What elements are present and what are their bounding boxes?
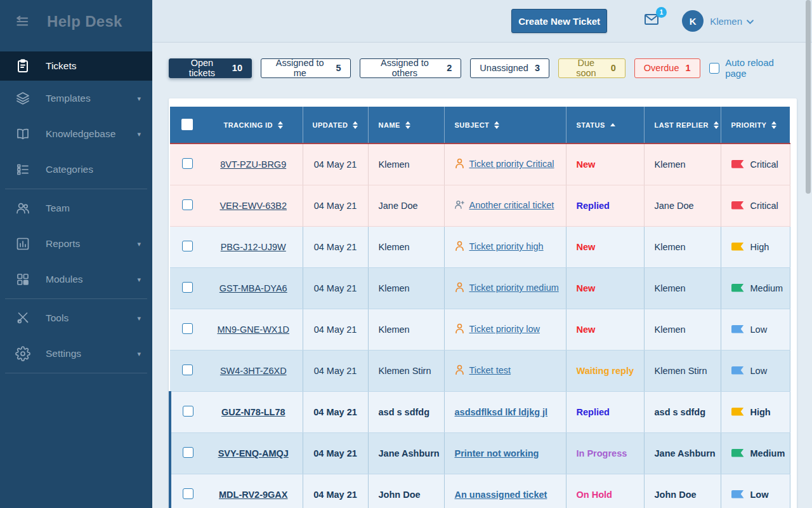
- sidebar-item-label: Knowledgebase: [46, 128, 115, 140]
- filter-label: Open tickets: [178, 58, 226, 78]
- create-new-ticket-button[interactable]: Create New Ticket: [511, 9, 607, 33]
- sidebar-item-templates[interactable]: Templates ▾: [0, 81, 152, 116]
- sidebar-item-reports[interactable]: Reports ▾: [0, 226, 152, 262]
- last-replier-cell: Klemen: [644, 309, 721, 350]
- tracking-id-link[interactable]: 8VT-PZU-BRG9: [220, 159, 286, 170]
- column-label: STATUS: [577, 121, 605, 129]
- row-checkbox[interactable]: [182, 323, 193, 334]
- subject-link[interactable]: Ticket priority high: [469, 241, 544, 251]
- row-checkbox[interactable]: [182, 364, 193, 375]
- app-title: Help Desk: [47, 13, 122, 30]
- subject-link[interactable]: An unassigned ticket: [455, 490, 547, 500]
- priority-label: High: [750, 407, 771, 417]
- filter-due-soon[interactable]: Due soon0: [558, 58, 625, 78]
- tracking-id-link[interactable]: PBG-J12-UJ9W: [221, 242, 286, 252]
- column-label: UPDATED: [313, 121, 348, 129]
- row-checkbox[interactable]: [183, 406, 193, 417]
- column-label: NAME: [379, 121, 400, 129]
- sidebar-item-tickets[interactable]: Tickets ▾: [0, 51, 152, 81]
- tracking-id-link[interactable]: SW4-3HT-Z6XD: [220, 366, 287, 376]
- row-checkbox[interactable]: [183, 447, 193, 458]
- column-header-name[interactable]: NAME: [368, 107, 444, 144]
- ticket-row: MN9-GNE-WX1D 04 May 21 Klemen Ticket pri…: [170, 309, 790, 350]
- tracking-id-link[interactable]: GUZ-N78-LL78: [221, 407, 285, 417]
- ticket-row: SW4-3HT-Z6XD 04 May 21 Klemen Stirn Tick…: [170, 350, 790, 391]
- sidebar-item-settings[interactable]: Settings ▾: [0, 336, 152, 371]
- last-replier-cell: Klemen: [644, 226, 721, 267]
- tracking-id-link[interactable]: MN9-GNE-WX1D: [217, 324, 289, 335]
- notifications-button[interactable]: 1: [642, 12, 661, 30]
- select-all-checkbox[interactable]: [181, 119, 193, 130]
- filter-assigned-to-others[interactable]: Assigned to others2: [360, 58, 462, 78]
- page-scrollbar-thumb[interactable]: [806, 0, 811, 194]
- updated-cell: 04 May 21: [303, 391, 368, 432]
- filter-open-tickets[interactable]: Open tickets10: [169, 58, 252, 78]
- status-label: Replied: [577, 201, 610, 211]
- sort-icon: [771, 121, 776, 129]
- team-icon: [15, 201, 30, 216]
- tracking-id-link[interactable]: MDL-RV2-9GAX: [219, 490, 288, 500]
- chevron-down-icon: [747, 15, 754, 27]
- priority-flag-icon: [731, 325, 744, 333]
- tracking-id-link[interactable]: GST-MBA-DYA6: [219, 283, 287, 293]
- updated-cell: 04 May 21: [303, 267, 368, 309]
- row-checkbox[interactable]: [182, 282, 193, 293]
- helpdesk-app: Help Desk Tickets ▾ Templates ▾ Knowledg…: [0, 0, 812, 508]
- row-checkbox[interactable]: [183, 488, 193, 499]
- column-header-tracking-id[interactable]: TRACKING ID: [204, 107, 303, 144]
- sort-icon: [494, 121, 499, 129]
- filter-unassigned[interactable]: Unassigned3: [470, 58, 549, 78]
- user-name: Klemen: [710, 16, 742, 27]
- categories-icon: [15, 162, 30, 177]
- column-header-status[interactable]: STATUS: [566, 107, 644, 144]
- filter-assigned-to-me[interactable]: Assigned to me5: [261, 58, 351, 78]
- filter-label: Due soon: [568, 58, 605, 78]
- name-cell: Klemen: [368, 267, 444, 309]
- auto-reload-checkbox[interactable]: [709, 63, 720, 74]
- updated-cell: 04 May 21: [303, 474, 368, 508]
- sidebar-item-modules[interactable]: Modules ▾: [0, 262, 152, 297]
- chevron-down-icon: ▾: [137, 240, 141, 248]
- subject-link[interactable]: Ticket priority medium: [469, 283, 559, 293]
- name-cell: asd s sdfdg: [368, 391, 444, 432]
- sidebar-item-knowledgebase[interactable]: Knowledgebase ▾: [0, 116, 152, 152]
- select-all-header: [170, 107, 204, 144]
- column-header-updated[interactable]: UPDATED: [303, 107, 368, 144]
- user-menu[interactable]: K Klemen: [682, 10, 754, 32]
- ticket-row: GST-MBA-DYA6 04 May 21 Klemen Ticket pri…: [170, 267, 790, 309]
- collapse-sidebar-icon[interactable]: [14, 13, 30, 30]
- sort-icon: [610, 123, 615, 126]
- column-header-subject[interactable]: SUBJECT: [444, 107, 566, 144]
- sidebar-item-tools[interactable]: Tools ▾: [0, 300, 152, 336]
- chevron-down-icon: ▾: [137, 130, 141, 138]
- status-label: New: [577, 324, 596, 335]
- column-header-priority[interactable]: PRIORITY: [721, 107, 790, 144]
- sidebar-divider: [5, 298, 147, 299]
- sidebar-item-label: Categories: [46, 164, 93, 175]
- ticket-row: VER-EWV-63B2 04 May 21 Jane Doe Another …: [170, 185, 790, 226]
- row-checkbox[interactable]: [182, 158, 193, 169]
- tickets-table: TRACKING ID UPDATED NAME SUBJECT STATUS …: [169, 107, 790, 508]
- tracking-id-link[interactable]: SVY-ENQ-AMQJ: [218, 448, 289, 458]
- tracking-id-link[interactable]: VER-EWV-63B2: [219, 201, 287, 211]
- subject-link[interactable]: asdsdflksd lkf ldjkg jl: [455, 407, 548, 417]
- subject-link[interactable]: Another critical ticket: [469, 200, 554, 210]
- priority-flag-icon: [731, 243, 744, 251]
- subject-link[interactable]: Ticket priority Critical: [469, 159, 554, 169]
- row-checkbox[interactable]: [182, 199, 193, 210]
- sidebar-item-categories[interactable]: Categories ▾: [0, 152, 152, 187]
- row-checkbox[interactable]: [182, 241, 193, 251]
- name-cell: Jane Ashburn: [368, 432, 444, 474]
- filter-overdue[interactable]: Overdue1: [634, 58, 700, 78]
- name-cell: Klemen: [368, 226, 444, 267]
- subject-link[interactable]: Ticket test: [469, 365, 511, 375]
- ticket-row: PBG-J12-UJ9W 04 May 21 Klemen Ticket pri…: [170, 226, 790, 267]
- chevron-down-icon: ▾: [137, 95, 141, 103]
- auto-reload-toggle[interactable]: Auto reload page: [709, 57, 796, 79]
- priority-label: Low: [750, 366, 768, 376]
- sort-icon: [278, 121, 283, 129]
- sidebar-item-team[interactable]: Team ▾: [0, 190, 152, 226]
- subject-link[interactable]: Printer not working: [455, 448, 539, 458]
- subject-link[interactable]: Ticket priority low: [469, 324, 540, 334]
- column-header-last-replier[interactable]: LAST REPLIER: [644, 107, 721, 144]
